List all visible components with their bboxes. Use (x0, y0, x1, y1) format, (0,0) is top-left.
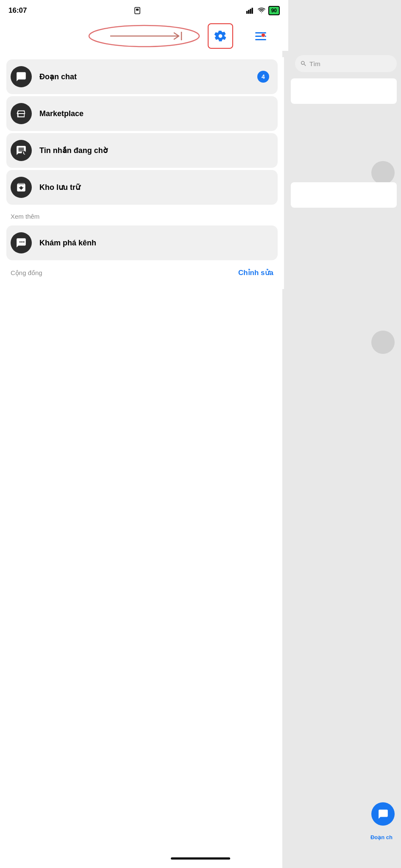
svg-rect-4 (250, 9, 251, 14)
archive-icon (16, 182, 27, 193)
svg-rect-3 (248, 10, 249, 14)
chat-icon-container (11, 66, 32, 87)
hamburger-icon (255, 32, 266, 40)
menu-item-pending[interactable]: Tin nhắn đang chờ (6, 133, 278, 168)
explore-icon (16, 237, 27, 248)
fab-compose-button[interactable] (371, 802, 395, 826)
header-toolbar (0, 21, 288, 51)
community-header: Cộng đồng Chỉnh sửa (6, 262, 278, 281)
status-time: 16:07 (8, 6, 27, 15)
menu-item-doan-chat[interactable]: Đoạn chat 4 (6, 59, 278, 94)
svg-rect-5 (251, 8, 253, 14)
status-bar: 16:07 90 (0, 0, 288, 21)
explore-icon-container (11, 232, 32, 253)
xem-them-label: Xem thêm (6, 207, 278, 223)
status-icons: 90 (246, 6, 280, 15)
right-chat-card-1[interactable] (291, 78, 397, 104)
archive-label: Kho lưu trữ (39, 183, 80, 192)
right-avatar-circle-1 (371, 161, 395, 184)
sim-icon (134, 7, 141, 14)
right-bottom-label: Đoạn ch (370, 834, 393, 840)
signal-icon (246, 7, 255, 14)
right-panel (282, 0, 401, 868)
compose-icon (378, 809, 389, 820)
marketplace-label: Marketplace (39, 109, 84, 118)
pending-label: Tin nhắn đang chờ (39, 146, 108, 155)
home-indicator (171, 857, 230, 860)
svg-rect-1 (136, 9, 139, 11)
svg-rect-2 (246, 11, 248, 14)
menu-item-archive[interactable]: Kho lưu trữ (6, 170, 278, 205)
main-menu: Đoạn chat 4 Marketplace Tin nhắn đang ch… (0, 57, 284, 289)
hamburger-button[interactable] (246, 23, 276, 49)
right-chat-card-2[interactable] (291, 182, 397, 208)
pending-icon-container (11, 140, 32, 161)
search-icon (300, 60, 307, 67)
gear-icon (214, 30, 227, 42)
chinh-sua-button[interactable]: Chỉnh sửa (238, 268, 273, 277)
explore-label: Khám phá kênh (39, 239, 96, 248)
marketplace-icon (16, 108, 27, 119)
menu-item-marketplace[interactable]: Marketplace (6, 96, 278, 131)
right-avatar-circle-2 (371, 331, 395, 354)
archive-icon-container (11, 177, 32, 198)
search-bar[interactable]: Tìm (295, 55, 397, 72)
battery-indicator: 90 (268, 6, 280, 15)
pending-chat-icon (16, 145, 27, 156)
cong-dong-label: Cộng đồng (11, 269, 42, 277)
chat-badge: 4 (257, 71, 269, 83)
marketplace-icon-container (11, 103, 32, 124)
search-placeholder: Tìm (309, 60, 320, 67)
wifi-icon (257, 7, 266, 14)
settings-button[interactable] (208, 23, 233, 49)
notification-dot (261, 33, 265, 37)
menu-item-explore[interactable]: Khám phá kênh (6, 225, 278, 260)
annotation-circle (85, 23, 203, 49)
chat-icon (16, 71, 27, 82)
doan-chat-label: Đoạn chat (39, 72, 77, 81)
